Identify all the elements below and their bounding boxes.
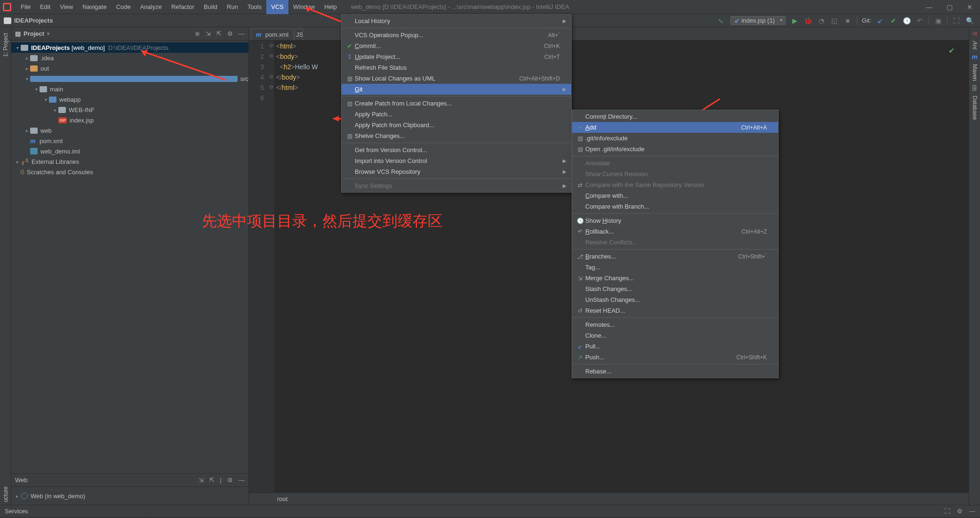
web-settings-icon[interactable]: ⚙ [227, 477, 233, 484]
menu-item[interactable]: ⎇Branches...Ctrl+Shift+` [572, 251, 778, 262]
menu-code[interactable]: Code [112, 0, 135, 14]
tree-item[interactable]: ▸web [11, 125, 248, 136]
menu-item[interactable]: ↺Reset HEAD... [572, 305, 778, 316]
menu-item[interactable]: ↶Rollback...Ctrl+Alt+Z [572, 226, 778, 237]
web-hide-icon[interactable]: — [239, 477, 245, 484]
tree-scratches[interactable]: ⎙Scratches and Consoles [11, 167, 248, 177]
menu-vcs[interactable]: VCS [266, 0, 288, 14]
menu-item[interactable]: ▥Show Local Changes as UMLCtrl+Alt+Shift… [342, 73, 571, 84]
window-close-icon[interactable]: ✕ [967, 3, 972, 11]
menu-item[interactable]: Apply Patch from Clipboard... [342, 120, 571, 130]
menu-item[interactable]: Commit Directory... [572, 111, 778, 122]
tree-item[interactable]: JSPindex.jsp [11, 115, 248, 125]
scroll-from-source-icon[interactable]: ⊕ [195, 30, 200, 37]
menu-item[interactable]: ⇲Merge Changes... [572, 273, 778, 283]
ide-errors-icon[interactable]: ▣ [934, 17, 942, 24]
run-configuration-combo[interactable]: ↙ index.jsp (1) [730, 16, 785, 25]
tree-root[interactable]: ▾ IDEAProjects [web_demo] D:\IDEA\IDEAPr… [11, 42, 248, 53]
menu-view[interactable]: View [55, 0, 78, 14]
right-tab-maven[interactable]: Maven [972, 64, 978, 81]
menu-item[interactable]: ↧Update Project...Ctrl+T [342, 51, 571, 62]
menu-item[interactable]: Remotes... [572, 319, 778, 330]
right-tab-ant[interactable]: Ant [972, 41, 978, 49]
project-panel-title[interactable]: ▤ Project ▾ [15, 30, 49, 37]
menu-help[interactable]: Help [319, 0, 342, 14]
tree-external-libraries[interactable]: ▸╓╙External Libraries [11, 156, 248, 167]
menu-item[interactable]: ▤Open .git/info/exclude [572, 144, 778, 154]
breadcrumb-root[interactable]: IDEAProjects [14, 17, 53, 24]
menu-item[interactable]: ↗Push...Ctrl+Shift+K [572, 352, 778, 363]
debug-icon[interactable]: 🐞 [804, 17, 813, 24]
web-facet-row[interactable]: ▸ Web (in web_demo) [16, 491, 244, 501]
menu-item[interactable]: Apply Patch... [342, 109, 571, 120]
menu-item[interactable]: ✔Commit...Ctrl+K [342, 40, 571, 51]
services-hide-icon[interactable]: — [969, 508, 975, 515]
menu-item[interactable]: ▤Create Patch from Local Changes... [342, 98, 571, 109]
menu-file[interactable]: File [16, 0, 35, 14]
menu-edit[interactable]: Edit [35, 0, 55, 14]
menu-navigate[interactable]: Navigate [78, 0, 111, 14]
tree-item[interactable]: ▸out [11, 63, 248, 73]
menu-item[interactable]: +AddCtrl+Alt+A [572, 122, 778, 133]
menu-item[interactable]: Import into Version Control▶ [342, 155, 571, 166]
menu-item[interactable]: VCS Operations Popup...Alt+` [342, 30, 571, 40]
menu-item[interactable]: ↙Pull... [572, 341, 778, 352]
menu-item[interactable]: Git▶ [342, 84, 571, 95]
right-tab-database[interactable]: Database [972, 96, 978, 120]
panel-hide-icon[interactable]: — [239, 30, 245, 37]
tree-item[interactable]: mpom.xml [11, 136, 248, 146]
menu-item[interactable]: Stash Changes... [572, 283, 778, 294]
menu-item[interactable]: Rebase... [572, 366, 778, 377]
tree-item[interactable]: web_demo.iml [11, 146, 248, 156]
tree-item[interactable]: ▸.idea [11, 53, 248, 63]
git-history-icon[interactable]: 🕓 [902, 17, 911, 24]
build-icon[interactable]: ⤡ [717, 17, 725, 24]
menu-item[interactable]: Browse VCS Repository▶ [342, 166, 571, 177]
menu-refactor[interactable]: Refactor [167, 0, 199, 14]
run-icon[interactable]: ▶ [791, 17, 799, 24]
menu-window[interactable]: Window [288, 0, 319, 14]
editor-tab-pom[interactable]: mpom.xml [251, 28, 294, 40]
menu-item[interactable]: Get from Version Control... [342, 145, 571, 155]
menu-tools[interactable]: Tools [243, 0, 266, 14]
window-maximize-icon[interactable]: ▢ [947, 3, 953, 11]
menu-item[interactable]: Tag... [572, 262, 778, 273]
search-everywhere-icon[interactable]: 🔍 [965, 17, 974, 24]
menu-build[interactable]: Build [199, 0, 222, 14]
left-tab-project[interactable]: 1: Project [2, 33, 9, 57]
services-settings-icon[interactable]: ⚙ [957, 508, 963, 515]
menu-item[interactable]: Clone... [572, 330, 778, 341]
menu-item[interactable]: Refresh File Status [342, 62, 571, 73]
profile-icon[interactable]: ◱ [830, 17, 839, 24]
tree-item[interactable]: ▸WEB-INF [11, 105, 248, 115]
web-collapse-icon[interactable]: ⇱ [209, 477, 215, 484]
editor-tab-index[interactable]: JSP [295, 28, 303, 40]
services-filter-icon[interactable]: ⛶ [944, 508, 950, 515]
collapse-all-icon[interactable]: ⇱ [216, 30, 222, 37]
menu-item[interactable]: Local History▶ [342, 16, 571, 26]
coverage-icon[interactable]: ◔ [817, 17, 826, 24]
panel-settings-icon[interactable]: ⚙ [227, 30, 233, 37]
menu-item[interactable]: Compare with... [572, 190, 778, 201]
git-revert-icon[interactable]: ↶ [916, 17, 924, 24]
menu-item[interactable]: UnStash Changes... [572, 294, 778, 305]
expand-all-icon[interactable]: ⇲ [206, 30, 211, 37]
menu-item[interactable]: Compare with Branch... [572, 201, 778, 212]
tree-item[interactable]: ▾main [11, 84, 248, 94]
window-minimize-icon[interactable]: — [926, 3, 932, 11]
web-expand-icon[interactable]: ⇲ [199, 477, 204, 484]
git-commit-icon[interactable]: ✔ [889, 17, 898, 24]
git-update-icon[interactable]: ↙ [876, 17, 884, 24]
screen-icon[interactable]: ⛶ [952, 17, 961, 24]
editor-breadcrumb[interactable]: root [249, 493, 969, 505]
menu-item[interactable]: ▤.git/info/exclude [572, 133, 778, 144]
tree-item[interactable]: ▾src [11, 73, 248, 84]
left-tab-structure[interactable]: ucture [2, 486, 9, 502]
project-tree[interactable]: ▾ IDEAProjects [web_demo] D:\IDEA\IDEAPr… [11, 40, 248, 473]
stop-icon[interactable]: ■ [844, 17, 852, 24]
menu-item[interactable]: 🕓Show History [572, 215, 778, 226]
menu-run[interactable]: Run [222, 0, 243, 14]
menu-item[interactable]: ▥Shelve Changes... [342, 130, 571, 141]
menu-analyze[interactable]: Analyze [135, 0, 167, 14]
tree-item[interactable]: ▾webapp [11, 94, 248, 105]
